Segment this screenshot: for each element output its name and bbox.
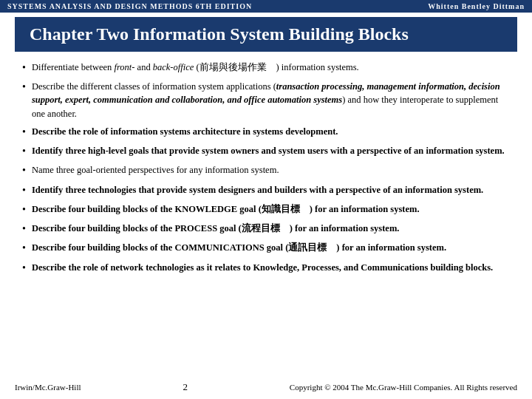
header-left: SYSTEMS ANALYSIS AND DESIGN METHODS 6th …	[7, 2, 252, 10]
list-item: Describe four building blocks of the KNO…	[22, 202, 510, 217]
list-item: Describe four building blocks of the PRO…	[22, 222, 510, 236]
footer-left: Irwin/Mc.Graw-Hill	[15, 383, 81, 392]
list-item: Differentiate between front- and back-of…	[22, 61, 510, 75]
content-area: Differentiate between front- and back-of…	[0, 52, 532, 284]
list-item: Name three goal-oriented perspectives fo…	[22, 163, 510, 178]
footer-bar: Irwin/Mc.Graw-Hill 2 Copyright © 2004 Th…	[0, 381, 532, 393]
list-item: Identify three technologies that provide…	[22, 183, 510, 198]
header-bar: SYSTEMS ANALYSIS AND DESIGN METHODS 6th …	[0, 0, 532, 13]
footer-center: 2	[183, 381, 188, 393]
list-item: Describe four building blocks of the COM…	[22, 241, 510, 256]
list-item: Identify three high-level goals that pro…	[22, 144, 510, 159]
header-right: Whitten Bentley Dittman	[428, 2, 525, 10]
list-item: Describe the role of network technologie…	[22, 261, 510, 276]
bullet-list: Differentiate between front- and back-of…	[22, 61, 510, 276]
list-item: Describe the role of information systems…	[22, 125, 510, 140]
list-item: Describe the different classes of inform…	[22, 80, 510, 120]
footer-right: Copyright © 2004 The Mc.Graw-Hill Compan…	[290, 383, 517, 392]
chapter-title: Chapter Two Information System Building …	[15, 17, 517, 52]
